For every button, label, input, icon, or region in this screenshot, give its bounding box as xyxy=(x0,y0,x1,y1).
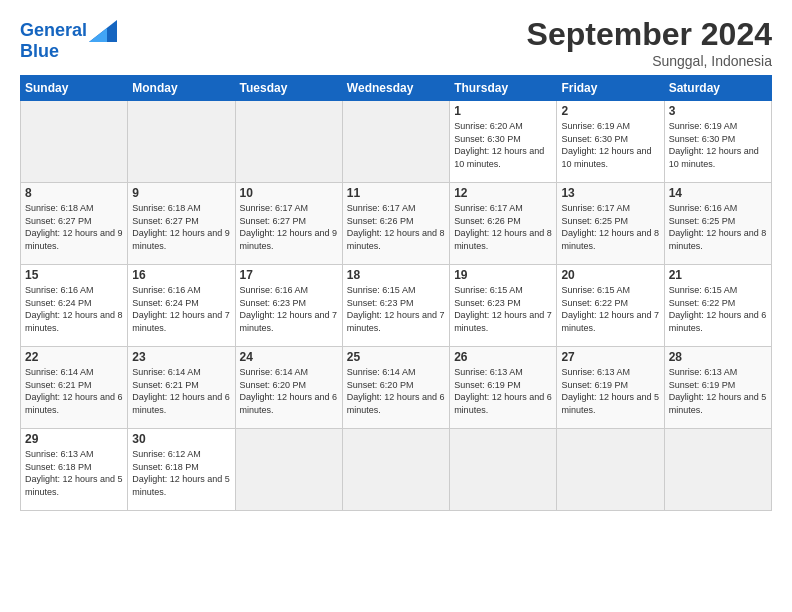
calendar-cell: 1Sunrise: 6:20 AM Sunset: 6:30 PM Daylig… xyxy=(450,101,557,183)
calendar-cell: 3Sunrise: 6:19 AM Sunset: 6:30 PM Daylig… xyxy=(664,101,771,183)
day-number: 1 xyxy=(454,104,552,118)
calendar-cell: 14Sunrise: 6:16 AM Sunset: 6:25 PM Dayli… xyxy=(664,183,771,265)
title-block: September 2024 Sunggal, Indonesia xyxy=(527,16,772,69)
header-row: SundayMondayTuesdayWednesdayThursdayFrid… xyxy=(21,76,772,101)
day-number: 2 xyxy=(561,104,659,118)
calendar-cell: 21Sunrise: 6:15 AM Sunset: 6:22 PM Dayli… xyxy=(664,265,771,347)
cell-details: Sunrise: 6:17 AM Sunset: 6:27 PM Dayligh… xyxy=(240,202,338,252)
calendar-cell: 25Sunrise: 6:14 AM Sunset: 6:20 PM Dayli… xyxy=(342,347,449,429)
day-header-tuesday: Tuesday xyxy=(235,76,342,101)
calendar-cell: 12Sunrise: 6:17 AM Sunset: 6:26 PM Dayli… xyxy=(450,183,557,265)
calendar-cell: 17Sunrise: 6:16 AM Sunset: 6:23 PM Dayli… xyxy=(235,265,342,347)
cell-details: Sunrise: 6:15 AM Sunset: 6:23 PM Dayligh… xyxy=(347,284,445,334)
calendar-cell: 22Sunrise: 6:14 AM Sunset: 6:21 PM Dayli… xyxy=(21,347,128,429)
calendar-cell: 27Sunrise: 6:13 AM Sunset: 6:19 PM Dayli… xyxy=(557,347,664,429)
cell-details: Sunrise: 6:17 AM Sunset: 6:26 PM Dayligh… xyxy=(347,202,445,252)
calendar-cell: 24Sunrise: 6:14 AM Sunset: 6:20 PM Dayli… xyxy=(235,347,342,429)
cell-details: Sunrise: 6:13 AM Sunset: 6:19 PM Dayligh… xyxy=(561,366,659,416)
calendar-cell: 8Sunrise: 6:18 AM Sunset: 6:27 PM Daylig… xyxy=(21,183,128,265)
cell-details: Sunrise: 6:15 AM Sunset: 6:22 PM Dayligh… xyxy=(669,284,767,334)
cell-details: Sunrise: 6:14 AM Sunset: 6:21 PM Dayligh… xyxy=(25,366,123,416)
calendar-cell: 19Sunrise: 6:15 AM Sunset: 6:23 PM Dayli… xyxy=(450,265,557,347)
calendar-cell xyxy=(342,429,449,511)
calendar-cell: 13Sunrise: 6:17 AM Sunset: 6:25 PM Dayli… xyxy=(557,183,664,265)
cell-details: Sunrise: 6:18 AM Sunset: 6:27 PM Dayligh… xyxy=(132,202,230,252)
day-number: 17 xyxy=(240,268,338,282)
cell-details: Sunrise: 6:12 AM Sunset: 6:18 PM Dayligh… xyxy=(132,448,230,498)
day-number: 12 xyxy=(454,186,552,200)
calendar-cell: 29Sunrise: 6:13 AM Sunset: 6:18 PM Dayli… xyxy=(21,429,128,511)
logo: General Blue xyxy=(20,20,117,62)
day-number: 16 xyxy=(132,268,230,282)
day-number: 8 xyxy=(25,186,123,200)
cell-details: Sunrise: 6:15 AM Sunset: 6:22 PM Dayligh… xyxy=(561,284,659,334)
day-number: 19 xyxy=(454,268,552,282)
calendar-cell: 18Sunrise: 6:15 AM Sunset: 6:23 PM Dayli… xyxy=(342,265,449,347)
day-header-thursday: Thursday xyxy=(450,76,557,101)
calendar-cell: 28Sunrise: 6:13 AM Sunset: 6:19 PM Dayli… xyxy=(664,347,771,429)
day-number: 21 xyxy=(669,268,767,282)
calendar-cell xyxy=(235,429,342,511)
cell-details: Sunrise: 6:14 AM Sunset: 6:21 PM Dayligh… xyxy=(132,366,230,416)
calendar-cell xyxy=(557,429,664,511)
day-number: 30 xyxy=(132,432,230,446)
calendar-cell: 30Sunrise: 6:12 AM Sunset: 6:18 PM Dayli… xyxy=(128,429,235,511)
day-number: 15 xyxy=(25,268,123,282)
day-number: 27 xyxy=(561,350,659,364)
day-number: 25 xyxy=(347,350,445,364)
day-number: 28 xyxy=(669,350,767,364)
calendar-container: General Blue September 2024 Sunggal, Ind… xyxy=(0,0,792,521)
day-number: 29 xyxy=(25,432,123,446)
calendar-cell: 16Sunrise: 6:16 AM Sunset: 6:24 PM Dayli… xyxy=(128,265,235,347)
day-number: 26 xyxy=(454,350,552,364)
calendar-cell xyxy=(235,101,342,183)
cell-details: Sunrise: 6:19 AM Sunset: 6:30 PM Dayligh… xyxy=(669,120,767,170)
cell-details: Sunrise: 6:18 AM Sunset: 6:27 PM Dayligh… xyxy=(25,202,123,252)
cell-details: Sunrise: 6:20 AM Sunset: 6:30 PM Dayligh… xyxy=(454,120,552,170)
cell-details: Sunrise: 6:13 AM Sunset: 6:19 PM Dayligh… xyxy=(454,366,552,416)
day-number: 10 xyxy=(240,186,338,200)
cell-details: Sunrise: 6:16 AM Sunset: 6:23 PM Dayligh… xyxy=(240,284,338,334)
calendar-week-1: 8Sunrise: 6:18 AM Sunset: 6:27 PM Daylig… xyxy=(21,183,772,265)
calendar-cell: 23Sunrise: 6:14 AM Sunset: 6:21 PM Dayli… xyxy=(128,347,235,429)
cell-details: Sunrise: 6:17 AM Sunset: 6:25 PM Dayligh… xyxy=(561,202,659,252)
cell-details: Sunrise: 6:16 AM Sunset: 6:25 PM Dayligh… xyxy=(669,202,767,252)
calendar-cell: 2Sunrise: 6:19 AM Sunset: 6:30 PM Daylig… xyxy=(557,101,664,183)
calendar-cell: 20Sunrise: 6:15 AM Sunset: 6:22 PM Dayli… xyxy=(557,265,664,347)
cell-details: Sunrise: 6:17 AM Sunset: 6:26 PM Dayligh… xyxy=(454,202,552,252)
day-number: 11 xyxy=(347,186,445,200)
calendar-cell: 9Sunrise: 6:18 AM Sunset: 6:27 PM Daylig… xyxy=(128,183,235,265)
day-number: 14 xyxy=(669,186,767,200)
calendar-cell xyxy=(21,101,128,183)
day-number: 9 xyxy=(132,186,230,200)
day-header-monday: Monday xyxy=(128,76,235,101)
day-header-saturday: Saturday xyxy=(664,76,771,101)
header: General Blue September 2024 Sunggal, Ind… xyxy=(20,16,772,69)
cell-details: Sunrise: 6:19 AM Sunset: 6:30 PM Dayligh… xyxy=(561,120,659,170)
calendar-week-2: 15Sunrise: 6:16 AM Sunset: 6:24 PM Dayli… xyxy=(21,265,772,347)
calendar-cell: 10Sunrise: 6:17 AM Sunset: 6:27 PM Dayli… xyxy=(235,183,342,265)
logo-icon xyxy=(89,20,117,42)
calendar-cell xyxy=(450,429,557,511)
cell-details: Sunrise: 6:13 AM Sunset: 6:18 PM Dayligh… xyxy=(25,448,123,498)
cell-details: Sunrise: 6:16 AM Sunset: 6:24 PM Dayligh… xyxy=(25,284,123,334)
calendar-cell xyxy=(664,429,771,511)
day-number: 13 xyxy=(561,186,659,200)
calendar-cell xyxy=(342,101,449,183)
day-number: 18 xyxy=(347,268,445,282)
day-header-friday: Friday xyxy=(557,76,664,101)
day-number: 20 xyxy=(561,268,659,282)
calendar-week-3: 22Sunrise: 6:14 AM Sunset: 6:21 PM Dayli… xyxy=(21,347,772,429)
day-header-sunday: Sunday xyxy=(21,76,128,101)
cell-details: Sunrise: 6:14 AM Sunset: 6:20 PM Dayligh… xyxy=(240,366,338,416)
calendar-week-4: 29Sunrise: 6:13 AM Sunset: 6:18 PM Dayli… xyxy=(21,429,772,511)
calendar-table: SundayMondayTuesdayWednesdayThursdayFrid… xyxy=(20,75,772,511)
cell-details: Sunrise: 6:15 AM Sunset: 6:23 PM Dayligh… xyxy=(454,284,552,334)
calendar-cell: 11Sunrise: 6:17 AM Sunset: 6:26 PM Dayli… xyxy=(342,183,449,265)
calendar-cell: 15Sunrise: 6:16 AM Sunset: 6:24 PM Dayli… xyxy=(21,265,128,347)
day-number: 3 xyxy=(669,104,767,118)
logo-blue: Blue xyxy=(20,42,117,62)
calendar-cell: 26Sunrise: 6:13 AM Sunset: 6:19 PM Dayli… xyxy=(450,347,557,429)
logo-text: General xyxy=(20,21,87,41)
month-title: September 2024 xyxy=(527,16,772,53)
